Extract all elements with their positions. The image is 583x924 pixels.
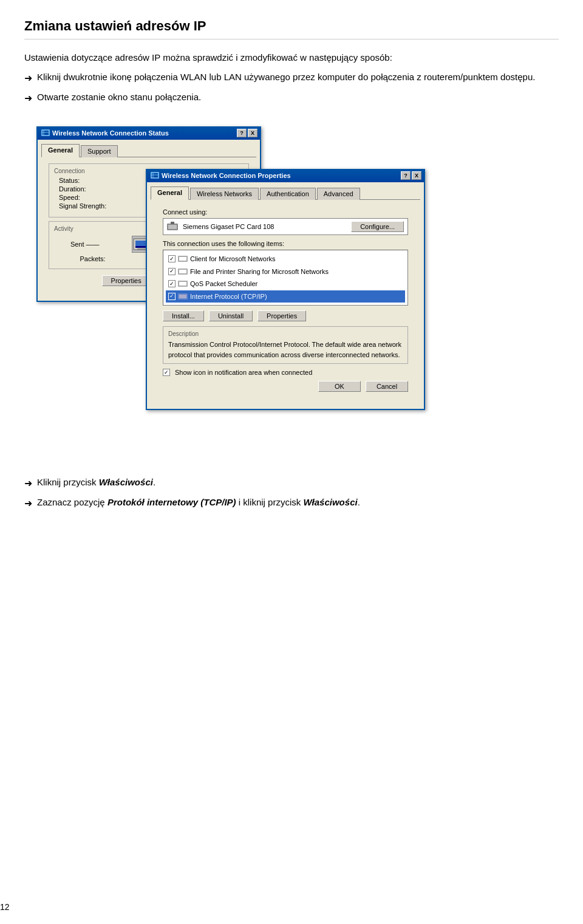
svg-rect-11 [137,248,146,250]
cancel-button[interactable]: Cancel [366,381,408,392]
packets-label: Packets: [80,255,105,262]
step2-item: ➜ Otwarte zostanie okno stanu połączenia… [24,90,559,106]
tab-general[interactable]: General [41,144,80,157]
sent-label: Sent [70,241,84,248]
svg-rect-19 [179,257,186,261]
props-tabs: General Wireless Networks Authentication… [147,182,424,199]
install-uninstall-row: Install... Uninstall Properties [163,310,408,321]
signal-label: Signal Strength: [59,202,106,212]
show-icon-checkbox[interactable]: ✓ [163,369,170,376]
item-icon-0 [178,255,188,262]
status-label: Status: [59,177,80,184]
svg-rect-21 [179,270,186,273]
page-number: 12 [0,902,10,912]
help-button[interactable]: ? [237,129,247,137]
props-dialog: Wireless Network Connection Properties ?… [146,169,425,410]
step3-text: Kliknij przycisk Właściwości. [37,475,155,490]
svg-rect-17 [171,222,174,224]
description-label: Description [168,330,403,337]
install-button[interactable]: Install... [163,310,204,321]
properties-button[interactable]: Properties [102,275,151,286]
duration-label: Duration: [59,185,86,193]
tab-props-general[interactable]: General [151,187,189,200]
props-close-button[interactable]: X [412,171,421,180]
screenshot-area: Wireless Network Connection Status ? X G… [24,120,559,460]
step1-item: ➜ Kliknij dwukrotnie ikonę połączenia WL… [24,70,559,86]
connect-using-label: Connect using: [163,208,408,216]
show-icon-label: Show icon in notification area when conn… [175,369,312,376]
props-titlebar: Wireless Network Connection Properties ?… [147,169,424,182]
status-titlebar: Wireless Network Connection Status ? X [38,126,260,140]
sent-area: Sent —— [70,241,100,248]
item-label-0: Client for Microsoft Networks [190,254,276,264]
svg-rect-25 [179,295,186,298]
ok-button[interactable]: OK [318,381,361,392]
step1-text: Kliknij dwukrotnie ikonę połączenia WLAN… [37,70,535,84]
item-label-1: File and Printer Sharing for Microsoft N… [190,267,329,277]
page-title: Zmiana ustawień adresów IP [24,18,559,39]
device-icon [167,222,179,231]
arrow-icon-3: ➜ [24,476,32,491]
list-item-2[interactable]: ✓ QoS Packet Scheduler [166,278,405,290]
configure-button[interactable]: Configure... [351,221,404,232]
items-label: This connection uses the following items… [163,240,408,247]
list-item-3[interactable]: ✓ Internet Protocol (TCP/IP) [166,290,405,303]
uninstall-button[interactable]: Uninstall [209,310,253,321]
item-icon-3 [178,293,188,300]
tab-advanced[interactable]: Advanced [317,188,360,200]
props-properties-button[interactable]: Properties [257,310,306,321]
step4-text: Zaznacz pozycję Protokół internetowy (TC… [37,495,360,510]
ok-cancel-row: OK Cancel [163,381,408,392]
svg-rect-23 [179,282,186,286]
show-icon-row: ✓ Show icon in notification area when co… [163,369,408,376]
device-name: Siemens Gigaset PC Card 108 [183,223,274,230]
tab-wireless-networks[interactable]: Wireless Networks [190,188,259,200]
speed-label: Speed: [59,194,80,201]
checkbox-1[interactable]: ✓ [168,268,176,275]
props-titlebar-icon [151,171,159,180]
item-label-3: Internet Protocol (TCP/IP) [190,292,267,302]
arrow-sent: —— [86,241,100,248]
item-label-2: QoS Packet Scheduler [190,279,257,289]
titlebar-buttons: ? X [237,129,257,137]
list-item-1[interactable]: ✓ File and Printer Sharing for Microsoft… [166,265,405,278]
checkbox-0[interactable]: ✓ [168,255,176,262]
props-dialog-title: Wireless Network Connection Properties [162,172,401,179]
step2-text: Otwarte zostanie okno stanu połączenia. [37,90,201,104]
arrow-icon-2: ➜ [24,91,32,106]
svg-rect-0 [42,130,49,135]
status-dialog-title: Wireless Network Connection Status [52,129,237,137]
props-titlebar-buttons: ? X [401,171,421,180]
listbox[interactable]: ✓ Client for Microsoft Networks ✓ File a… [163,250,408,306]
bottom-instructions: ➜ Kliknij przycisk Właściwości. ➜ Zaznac… [24,475,559,511]
checkbox-3[interactable]: ✓ [168,293,176,300]
arrow-icon-1: ➜ [24,70,32,86]
close-button[interactable]: X [248,129,257,137]
item-icon-1 [178,268,188,275]
checkbox-2[interactable]: ✓ [168,280,176,287]
list-item-0[interactable]: ✓ Client for Microsoft Networks [166,253,405,265]
titlebar-icon [41,129,50,137]
description-text: Transmission Control Protocol/Internet P… [168,340,403,360]
device-row: Siemens Gigaset PC Card 108 Configure... [163,218,408,235]
props-help-button[interactable]: ? [401,171,411,180]
tab-authentication[interactable]: Authentication [260,188,316,200]
description-group: Description Transmission Control Protoco… [163,326,408,364]
arrow-icon-4: ➜ [24,496,32,512]
status-tabs: General Support [38,140,260,157]
tab-support[interactable]: Support [81,145,118,157]
step3-item: ➜ Kliknij przycisk Właściwości. [24,475,559,491]
props-content: Connect using: Siemens Gigaset PC Card 1… [151,199,420,404]
step4-item: ➜ Zaznacz pozycję Protokół internetowy (… [24,495,559,512]
svg-rect-12 [151,173,159,178]
props-body: Connect using: Siemens Gigaset PC Card 1… [158,206,413,397]
item-icon-2 [178,280,188,287]
intro-paragraph: Ustawienia dotyczące adresów IP można sp… [24,50,559,65]
svg-rect-16 [168,225,177,229]
